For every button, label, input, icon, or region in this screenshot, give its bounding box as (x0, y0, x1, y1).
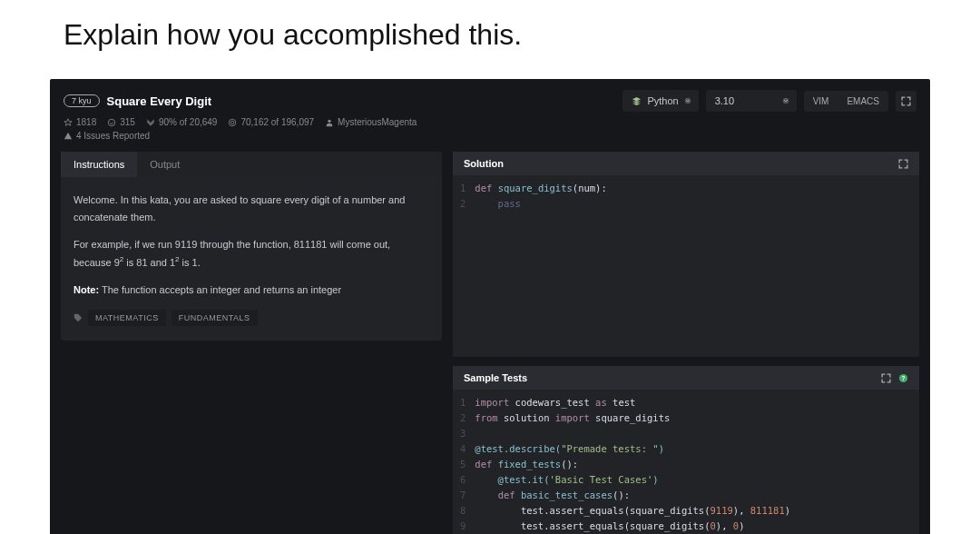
solution-code[interactable]: 12 def square_digits(num): pass (453, 175, 919, 357)
line-numbers: 123456789 (453, 395, 475, 534)
stats-row: 1818 315 90% of 20,649 70,162 of 196,097… (64, 117, 916, 127)
author-name: MysteriousMagenta (338, 117, 416, 127)
left-column: Instructions Output Welcome. In this kat… (61, 152, 442, 534)
page-title: Explain how you accomplished this. (0, 0, 980, 79)
satisfaction-pct-stat: 90% of 20,649 (146, 117, 218, 127)
expand-icon (898, 159, 908, 169)
vim-button[interactable]: VIM (804, 91, 838, 112)
chevron-down-icon (684, 97, 691, 104)
help-tests-button[interactable]: ? (898, 373, 908, 383)
header: 7 kyu Square Every Digit Python 3.10 VIM… (50, 79, 930, 144)
issues-text: 4 Issues Reported (76, 131, 150, 141)
svg-point-1 (782, 98, 788, 104)
chevron-down-icon (782, 97, 789, 104)
issues-row[interactable]: 4 Issues Reported (64, 131, 916, 141)
svg-point-7 (328, 119, 330, 122)
author-stat[interactable]: MysteriousMagenta (325, 117, 416, 127)
smile-icon (107, 118, 116, 127)
stars-stat[interactable]: 1818 (64, 117, 96, 127)
expand-tests-button[interactable] (881, 373, 891, 383)
solution-title: Solution (464, 158, 504, 169)
svg-point-2 (109, 119, 116, 126)
svg-point-3 (111, 121, 112, 122)
codewars-app: 7 kyu Square Every Digit Python 3.10 VIM… (50, 79, 930, 534)
svg-point-0 (684, 98, 690, 104)
svg-text:?: ? (902, 374, 906, 381)
chart-icon (146, 118, 155, 127)
language-selector[interactable]: Python (622, 90, 698, 112)
tests-code[interactable]: 123456789 import codewars_test as test f… (453, 390, 919, 534)
instructions-p3: Note: The function accepts an integer an… (74, 282, 429, 299)
warning-icon (64, 132, 73, 141)
tags-row: MATHEMATICS FUNDAMENTALS (74, 310, 429, 326)
language-icon (632, 96, 642, 106)
tag-mathematics[interactable]: MATHEMATICS (88, 310, 166, 326)
kata-title: Square Every Digit (107, 94, 212, 108)
line-numbers: 12 (453, 181, 475, 351)
version-label: 3.10 (715, 95, 734, 106)
satisfaction-stat[interactable]: 315 (107, 117, 135, 127)
instructions-p1: Welcome. In this kata, you are asked to … (74, 192, 429, 225)
tests-title: Sample Tests (464, 372, 527, 383)
satisfaction-votes: 315 (120, 117, 135, 127)
right-column: Solution 12 def square_digits(num): pass… (453, 152, 919, 534)
tag-fundamentals[interactable]: FUNDAMENTALS (172, 310, 258, 326)
editor-mode-toggle: VIM EMACS (804, 91, 888, 112)
expand-editor-button[interactable] (898, 159, 908, 169)
completed-count: 70,162 of 196,097 (240, 117, 314, 127)
kyu-badge: 7 kyu (64, 94, 100, 107)
version-selector[interactable]: 3.10 (706, 90, 797, 112)
expand-icon (901, 96, 911, 106)
left-tabs: Instructions Output (61, 152, 442, 177)
star-icon (64, 118, 73, 127)
completed-stat: 70,162 of 196,097 (228, 117, 314, 127)
expand-button[interactable] (896, 91, 916, 112)
stars-count: 1818 (76, 117, 96, 127)
tab-output[interactable]: Output (137, 152, 192, 177)
instructions-panel: Welcome. In this kata, you are asked to … (61, 177, 442, 341)
emacs-button[interactable]: EMACS (838, 91, 888, 112)
main-area: Instructions Output Welcome. In this kat… (50, 144, 930, 534)
solution-editor: Solution 12 def square_digits(num): pass (453, 152, 919, 357)
language-label: Python (647, 95, 678, 106)
instructions-p2: For example, if we run 9119 through the … (74, 236, 429, 271)
target-icon (228, 118, 237, 127)
tests-editor: Sample Tests ? 123456789 import codewars… (453, 366, 919, 534)
svg-point-5 (230, 119, 237, 126)
expand-icon (881, 373, 891, 383)
tab-instructions[interactable]: Instructions (61, 152, 137, 177)
user-icon (325, 118, 334, 127)
svg-point-6 (231, 121, 234, 124)
satisfaction-pct: 90% of 20,649 (159, 117, 218, 127)
tag-icon (74, 313, 83, 322)
help-icon: ? (898, 373, 908, 383)
svg-point-4 (113, 121, 113, 122)
